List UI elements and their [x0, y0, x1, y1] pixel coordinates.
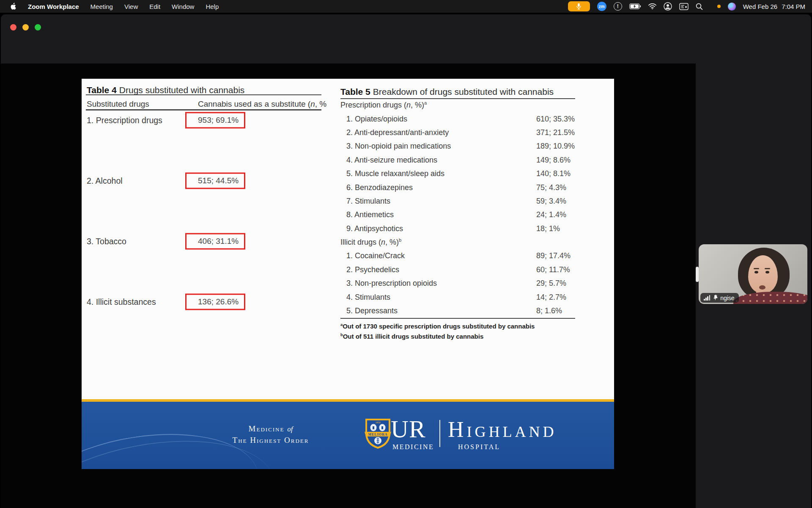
row-label: 2. Alcohol	[87, 176, 123, 185]
row-label: 9. Antipsychotics	[346, 224, 403, 233]
table-row: 1. Prescription drugs 953; 69.1%	[87, 90, 324, 150]
menu-bar-clock[interactable]: Wed Feb 26 7:04 PM	[743, 3, 805, 10]
apple-menu-icon[interactable]	[10, 3, 16, 10]
table5-rows: Prescription drugs (n, %)a 1. Opiates/op…	[340, 98, 578, 318]
row-label: Illicit drugs (n, %)b	[340, 237, 401, 247]
menu-app-name[interactable]: Zoom Workplace	[28, 3, 79, 10]
row-label: 8. Antiemetics	[346, 210, 394, 219]
table-row: 1. Cocaine/Crack 89; 17.4%	[340, 249, 578, 262]
search-icon[interactable]	[696, 3, 703, 10]
table-row: 1. Opiates/opioids 610; 35.3%	[340, 112, 578, 125]
ur-logo-text: UR	[391, 417, 426, 442]
row-label: 3. Tobacco	[87, 236, 126, 246]
menu-help[interactable]: Help	[206, 3, 219, 10]
row-label: 5. Depressants	[346, 306, 398, 315]
row-label: 3. Non-prescription opioids	[346, 279, 437, 288]
table5-label: Table 5	[340, 87, 370, 97]
table-row: Illicit drugs (n, %)b	[340, 235, 578, 249]
table-row: 4. Illicit substances 136; 26.6%	[87, 271, 324, 332]
row-value: 953; 69.1%	[185, 112, 245, 128]
microphone-active-icon[interactable]	[568, 1, 590, 11]
row-value: 136; 26.6%	[185, 293, 245, 310]
row-label: 1. Opiates/opioids	[346, 114, 407, 124]
update-icon[interactable]: !	[614, 2, 622, 11]
zoom-app-icon[interactable]: zm	[597, 2, 606, 11]
table-row: 5. Depressants 8; 1.6%	[340, 304, 578, 318]
row-label: 4. Illicit substances	[87, 297, 156, 306]
row-label: 2. Psychedelics	[346, 265, 399, 274]
ur-medicine-text: MEDICINE	[392, 443, 434, 451]
row-label: 1. Prescription drugs	[87, 115, 162, 125]
slide-footer-banner: Medicine of The Highest Order 1850 MELIO…	[82, 399, 614, 469]
highland-text: Highland	[448, 419, 557, 441]
svg-text:MELIORA: MELIORA	[368, 433, 387, 436]
table-row: 3. Non-opioid pain medications 189; 10.9…	[340, 139, 578, 153]
table-row: 8. Antiemetics 24; 1.4%	[340, 208, 578, 221]
macos-menu-bar: Zoom Workplace Meeting View Edit Window …	[0, 0, 812, 13]
table-row: 2. Psychedelics 60; 11.7%	[340, 263, 578, 276]
clock-date: Wed Feb 26	[743, 3, 777, 10]
siri-icon[interactable]	[728, 3, 736, 11]
row-value: 406; 31.1%	[185, 233, 245, 249]
svg-text:1850: 1850	[376, 421, 381, 424]
footnote: aOut of 1730 specific prescription drugs…	[340, 320, 577, 331]
connection-quality-icon	[704, 295, 710, 301]
minimize-window-button[interactable]	[22, 24, 29, 30]
video-panel-collapse-handle[interactable]	[696, 267, 699, 282]
row-value: 515; 44.5%	[185, 172, 245, 189]
window-controls	[10, 24, 41, 30]
mic-in-use-dot-icon	[717, 5, 721, 8]
menu-window[interactable]: Window	[172, 3, 194, 10]
logo-divider	[439, 420, 440, 447]
table-row: Prescription drugs (n, %)a	[340, 98, 578, 112]
row-label: 7. Stimulants	[346, 196, 390, 206]
table-row: 2. Anti-depressant/anti-anxiety 371; 21.…	[340, 126, 578, 139]
row-label: 5. Muscle relaxant/sleep aids	[346, 169, 444, 178]
shared-slide: Table 4Drugs substituted with cannabis S…	[82, 79, 614, 469]
row-label: 4. Stimulants	[346, 293, 390, 302]
hospital-text: HOSPITAL	[458, 443, 500, 451]
table-row: 6. Benzodiazepines 75; 4.3%	[340, 180, 578, 194]
participant-name: ngise	[720, 295, 734, 301]
row-value: 8; 1.6%	[527, 303, 576, 319]
row-label: 2. Anti-depressant/anti-anxiety	[346, 128, 449, 137]
table-row: 2. Alcohol 515; 44.5%	[87, 150, 324, 211]
footnote: bOut of 511 illicit drugs substituted by…	[340, 331, 577, 341]
row-label: 6. Benzodiazepines	[346, 183, 413, 192]
pin-icon	[713, 295, 718, 301]
table-row: 4. Anti-seizure medications 149; 8.6%	[340, 153, 578, 167]
clock-time: 7:04 PM	[782, 3, 805, 10]
battery-charging-icon[interactable]	[629, 3, 641, 9]
table-row: 5. Muscle relaxant/sleep aids 140; 8.1%	[340, 167, 578, 180]
banner-tagline: Medicine of The Highest Order	[186, 423, 355, 446]
table4-rows: 1. Prescription drugs 953; 69.1% 2. Alco…	[87, 90, 324, 332]
table5-title: Table 5Breakdown of drugs substituted wi…	[340, 87, 554, 97]
participant-name-tag: ngise	[700, 293, 739, 303]
university-shield-icon: 1850 MELIORA	[364, 418, 392, 450]
account-icon[interactable]	[664, 2, 672, 11]
table5-rule-bottom	[340, 318, 575, 319]
wifi-icon[interactable]	[648, 3, 656, 9]
close-window-button[interactable]	[10, 24, 16, 30]
menu-meeting[interactable]: Meeting	[91, 3, 113, 10]
menu-view[interactable]: View	[124, 3, 138, 10]
row-label: 1. Cocaine/Crack	[346, 251, 405, 260]
table-row: 3. Non-prescription opioids 29; 5.7%	[340, 276, 578, 290]
table-row: 7. Stimulants 59; 3.4%	[340, 194, 578, 208]
input-source-icon[interactable]	[679, 3, 689, 10]
row-label: 3. Non-opioid pain medications	[346, 141, 451, 151]
row-label: 4. Anti-seizure medications	[346, 155, 437, 165]
table5-footnotes: aOut of 1730 specific prescription drugs…	[340, 320, 577, 341]
table-row: 3. Tobacco 406; 31.1%	[87, 211, 324, 271]
table-row: 4. Stimulants 14; 2.7%	[340, 290, 578, 304]
participant-video-tile[interactable]: ngise	[699, 244, 807, 304]
row-label: Prescription drugs (n, %)a	[340, 100, 427, 110]
zoom-window-button[interactable]	[35, 24, 41, 30]
menu-edit[interactable]: Edit	[149, 3, 160, 10]
table-row: 9. Antipsychotics 18; 1%	[340, 222, 578, 235]
